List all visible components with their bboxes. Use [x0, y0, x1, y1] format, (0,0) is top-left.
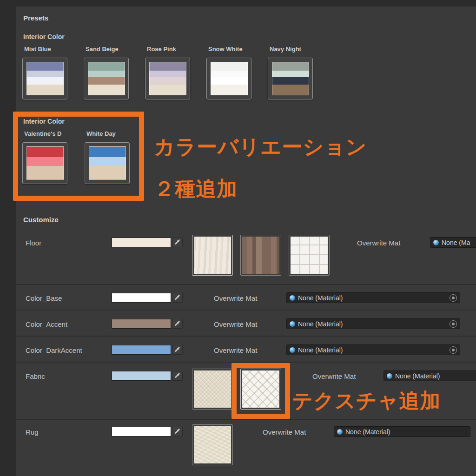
preset-tile-mist-blue[interactable]	[22, 58, 67, 99]
object-picker-icon[interactable]	[450, 346, 457, 354]
rug-texture-fleece-cream[interactable]	[192, 424, 233, 465]
floor-overwrite-object-field[interactable]: None (Ma	[430, 237, 476, 248]
row-label-fabric: Fabric	[26, 372, 45, 380]
eyedropper-button[interactable]	[172, 293, 183, 303]
row-label-color-accent: Color_Accent	[26, 320, 67, 328]
preset-label: Mist Blue	[24, 46, 67, 53]
customize-header: Customize	[23, 216, 59, 224]
preset-rose-pink: Rose Pink	[145, 46, 190, 99]
preset-preview	[26, 62, 64, 95]
material-icon	[290, 347, 295, 353]
color-dark-accent-overwrite-object-field[interactable]: None (Material)	[286, 344, 460, 355]
row-divider	[16, 336, 476, 337]
fabric-texture-knit-cream[interactable]	[192, 369, 233, 410]
knit-cream-texture	[194, 370, 231, 408]
row-label-rug: Rug	[26, 428, 39, 436]
fabric-color-field	[112, 371, 183, 381]
preset-navy-night: Navy Night	[268, 46, 313, 99]
row-label-color-dark-accent: Color_DarkAccent	[26, 346, 82, 354]
color-dark-accent-color-field	[112, 345, 183, 355]
preset-tile-rose-pink[interactable]	[145, 58, 190, 99]
floor-color-swatch[interactable]	[112, 238, 171, 247]
preset-label: Rose Pink	[147, 46, 190, 53]
preset-preview	[211, 62, 248, 95]
plaster-white-texture	[194, 237, 231, 274]
preset-tile-navy-night[interactable]	[268, 58, 313, 99]
annotation-text-color-variations-line2: ２種追加	[154, 175, 238, 203]
floor-color-field	[112, 238, 183, 247]
color-accent-color-field	[112, 319, 183, 329]
material-icon	[290, 295, 295, 301]
row-divider	[16, 284, 476, 285]
preset-tile-snow-white[interactable]	[206, 58, 251, 99]
color-accent-swatch[interactable]	[112, 319, 171, 329]
floor-texture-row	[192, 235, 330, 276]
wood-brown-texture	[242, 237, 279, 274]
row-divider	[16, 419, 476, 420]
color-base-swatch[interactable]	[112, 293, 171, 303]
section-title-interior-color-1: Interior Color	[23, 33, 65, 40]
eyedropper-button[interactable]	[172, 371, 183, 381]
floor-texture-wood-brown[interactable]	[240, 235, 281, 276]
material-icon	[387, 373, 392, 379]
preset-label: Snow White	[208, 46, 251, 53]
object-field-value: None (Ma	[442, 239, 470, 246]
eyedropper-icon	[174, 429, 180, 435]
rug-color-swatch[interactable]	[112, 427, 171, 436]
preset-preview	[272, 62, 309, 95]
window-edge-left	[0, 0, 16, 476]
eyedropper-button[interactable]	[172, 319, 183, 329]
tile-white-texture	[291, 237, 328, 274]
color-base-color-field	[112, 293, 183, 303]
material-icon	[290, 321, 295, 327]
preset-row-1: Mist Blue Sand Beige Rose Pink Snow Whit…	[22, 46, 313, 99]
preset-label: Navy Night	[270, 46, 313, 53]
row-divider	[16, 310, 476, 311]
annotation-box-texture-added	[231, 363, 290, 419]
preset-mist-blue: Mist Blue	[22, 46, 67, 99]
color-accent-overwrite-object-field[interactable]: None (Material)	[286, 318, 460, 329]
presets-header: Presets	[23, 14, 48, 22]
window-edge-top	[0, 0, 476, 7]
eyedropper-icon	[174, 373, 180, 379]
row-label-floor: Floor	[26, 239, 41, 247]
preset-tile-sand-beige[interactable]	[84, 58, 129, 99]
eyedropper-icon	[174, 239, 180, 245]
row-divider	[16, 362, 476, 363]
eyedropper-button[interactable]	[172, 427, 183, 436]
object-field-value: None (Material)	[345, 428, 390, 436]
object-field-value: None (Material)	[298, 294, 343, 302]
rug-overwrite-object-field[interactable]: None (Material)	[334, 426, 470, 437]
object-picker-icon[interactable]	[450, 294, 457, 302]
eyedropper-icon	[174, 295, 180, 301]
eyedropper-button[interactable]	[172, 238, 183, 247]
annotation-text-color-variations-line1: カラーバリエーション	[154, 133, 367, 161]
floor-texture-tile-white[interactable]	[289, 235, 330, 276]
preset-preview	[88, 62, 125, 95]
object-field-value: None (Material)	[395, 372, 440, 380]
annotation-text-texture-added: テクスチャ追加	[292, 387, 441, 415]
color-dark-accent-swatch[interactable]	[112, 345, 171, 355]
preset-preview	[149, 62, 186, 95]
fabric-overwrite-object-field[interactable]: None (Material)	[383, 370, 476, 381]
color-base-overwrite-object-field[interactable]: None (Material)	[286, 292, 460, 303]
material-icon	[337, 429, 343, 435]
object-field-value: None (Material)	[298, 320, 343, 328]
eyedropper-button[interactable]	[172, 345, 183, 355]
rug-color-field	[112, 427, 183, 436]
fleece-cream-texture	[194, 426, 231, 463]
floor-texture-plaster-white[interactable]	[192, 235, 233, 276]
color-base-overwrite-mat-label: Overwrite Mat	[214, 294, 257, 302]
preset-sand-beige: Sand Beige	[84, 46, 129, 99]
preset-label: Sand Beige	[86, 46, 129, 53]
fabric-color-swatch[interactable]	[112, 371, 171, 381]
preset-snow-white: Snow White	[206, 46, 251, 99]
fabric-overwrite-mat-label: Overwrite Mat	[312, 372, 356, 380]
inspector-panel: Presets Interior Color Mist Blue Sand Be…	[0, 0, 476, 476]
rug-overwrite-mat-label: Overwrite Mat	[263, 428, 306, 436]
color-accent-overwrite-mat-label: Overwrite Mat	[214, 320, 257, 328]
annotation-box-color-variations	[13, 112, 144, 201]
rug-texture-row	[192, 424, 233, 465]
object-picker-icon[interactable]	[450, 320, 457, 328]
material-icon	[433, 240, 439, 245]
